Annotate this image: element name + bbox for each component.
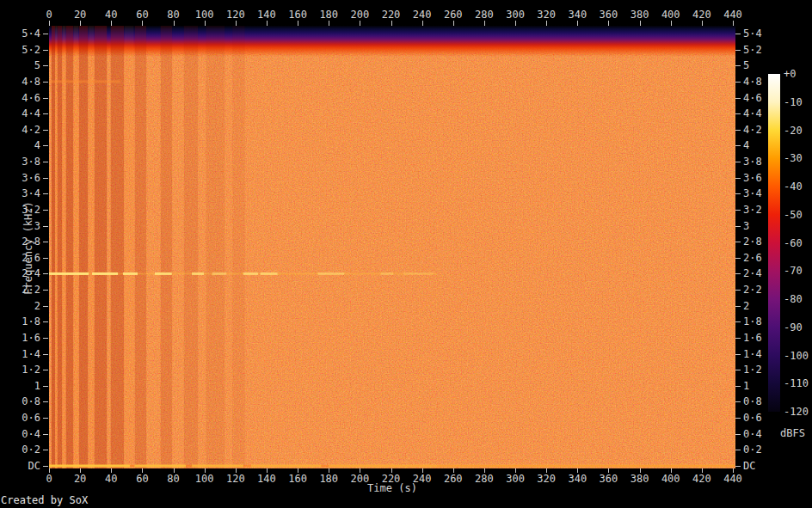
time-tick-label-bottom: 180 <box>311 473 346 485</box>
time-tick-label-top: 200 <box>342 9 377 21</box>
freq-tick-label-left: 0·6 <box>0 412 40 424</box>
colorbar-tick-label: -100 <box>784 350 812 362</box>
freq-tick-label-left: 4·2 <box>0 124 40 136</box>
freq-tick-label-right: 0·4 <box>743 428 795 440</box>
freq-tick-mark-left <box>43 226 48 227</box>
freq-tick-mark-left <box>43 34 48 34</box>
colorbar-tick-label: +0 <box>784 68 812 80</box>
freq-tick-mark-right <box>735 321 741 322</box>
time-tick-label-top: 360 <box>591 9 625 21</box>
colorbar-tick-label: -90 <box>784 321 812 334</box>
time-tick-mark-top <box>546 21 547 26</box>
time-tick-label-bottom: 200 <box>342 473 377 485</box>
time-tick-mark-top <box>360 21 360 26</box>
spectral-feature <box>74 26 79 468</box>
freq-tick-mark-right <box>735 450 741 450</box>
time-tick-mark-top <box>329 21 329 26</box>
freq-tick-mark-right <box>735 50 741 51</box>
spectral-feature <box>206 26 225 468</box>
spectral-feature <box>49 465 130 468</box>
spectral-feature <box>403 272 433 275</box>
time-tick-label-top: 20 <box>63 9 97 21</box>
freq-tick-mark-right <box>735 242 741 242</box>
time-tick-label-bottom: 220 <box>374 473 409 485</box>
colorbar-tick-label: -20 <box>784 125 812 137</box>
time-tick-mark-top <box>174 21 175 26</box>
freq-tick-label-right: 5·2 <box>743 44 795 56</box>
freq-tick-label-left: 2 <box>0 300 40 312</box>
freq-tick-label-left: 2·6 <box>0 252 40 264</box>
freq-tick-mark-left <box>43 273 48 274</box>
time-tick-label-bottom: 280 <box>467 473 501 485</box>
spectral-feature <box>192 272 204 275</box>
freq-tick-label-right: 4 <box>743 139 795 151</box>
freq-tick-label-right: 4·4 <box>743 107 795 119</box>
colorbar-tick-label: -50 <box>784 209 812 221</box>
freq-tick-mark-right <box>735 113 741 114</box>
freq-tick-mark-left <box>43 82 48 83</box>
spectral-feature <box>135 26 146 468</box>
time-tick-label-bottom: 420 <box>685 473 719 485</box>
freq-tick-label-left: 3·2 <box>0 204 40 216</box>
freq-tick-mark-right <box>735 338 741 339</box>
time-tick-label-top: 0 <box>32 9 66 21</box>
freq-tick-mark-right <box>735 178 741 179</box>
freq-tick-label-left: 0·2 <box>0 444 40 456</box>
time-tick-label-top: 120 <box>218 9 253 21</box>
freq-tick-label-left: 5·2 <box>0 44 40 56</box>
spectral-feature <box>438 465 735 468</box>
freq-tick-mark-right <box>735 258 741 259</box>
spectral-feature <box>79 26 88 468</box>
freq-tick-mark-left <box>43 210 48 211</box>
time-tick-label-bottom: 80 <box>157 473 191 485</box>
time-tick-label-top: 280 <box>467 9 501 21</box>
freq-tick-mark-right <box>735 418 741 419</box>
freq-tick-mark-right <box>735 34 741 34</box>
time-tick-mark-top <box>733 21 734 26</box>
time-tick-label-top: 180 <box>311 9 346 21</box>
freq-tick-label-left: 0·8 <box>0 395 40 407</box>
time-tick-label-top: 220 <box>374 9 409 21</box>
freq-tick-label-left: 2·4 <box>0 267 40 279</box>
freq-tick-mark-right <box>735 306 741 307</box>
freq-tick-label-right: 1·6 <box>743 332 795 344</box>
time-tick-mark-top <box>515 21 516 26</box>
freq-tick-label-left: 4·6 <box>0 92 40 104</box>
freq-tick-mark-left <box>43 178 48 179</box>
freq-tick-mark-right <box>735 273 741 274</box>
time-tick-mark-top <box>640 21 641 26</box>
freq-tick-label-left: 1·2 <box>0 364 40 376</box>
time-tick-label-bottom: 380 <box>623 473 657 485</box>
spectral-feature <box>58 26 62 468</box>
spectral-feature <box>123 272 138 275</box>
colorbar-tick-label: -60 <box>784 237 812 249</box>
time-tick-label-bottom: 60 <box>125 473 159 485</box>
colorbar-tick-label: -70 <box>784 265 812 277</box>
freq-tick-label-left: 3·4 <box>0 187 40 199</box>
time-tick-label-top: 340 <box>560 9 594 21</box>
freq-tick-mark-left <box>43 258 48 259</box>
time-tick-mark-top <box>671 21 672 26</box>
time-tick-label-bottom: 320 <box>529 473 563 485</box>
footer-credit: Created by SoX <box>1 494 88 506</box>
time-tick-label-bottom: 340 <box>560 473 594 485</box>
spectral-feature <box>381 272 393 275</box>
spectral-feature <box>92 272 118 275</box>
spectral-feature <box>111 26 124 468</box>
spectral-feature <box>49 272 89 275</box>
time-tick-mark-top <box>577 21 578 26</box>
spectral-feature <box>155 272 172 275</box>
freq-tick-mark-left <box>43 370 48 370</box>
spectral-feature <box>55 26 57 468</box>
spectral-feature <box>52 26 55 468</box>
colorbar-tick-label: -10 <box>784 96 812 108</box>
freq-tick-label-right: 1·2 <box>743 364 795 376</box>
time-tick-mark-top <box>267 21 268 26</box>
spectral-feature <box>95 26 107 468</box>
spectral-feature <box>184 26 198 468</box>
freq-tick-mark-left <box>43 98 48 99</box>
freq-tick-label-left: 3·8 <box>0 156 40 168</box>
freq-tick-label-left: 4 <box>0 139 40 151</box>
freq-tick-mark-right <box>735 65 741 66</box>
freq-tick-label-left: 1·4 <box>0 348 40 360</box>
